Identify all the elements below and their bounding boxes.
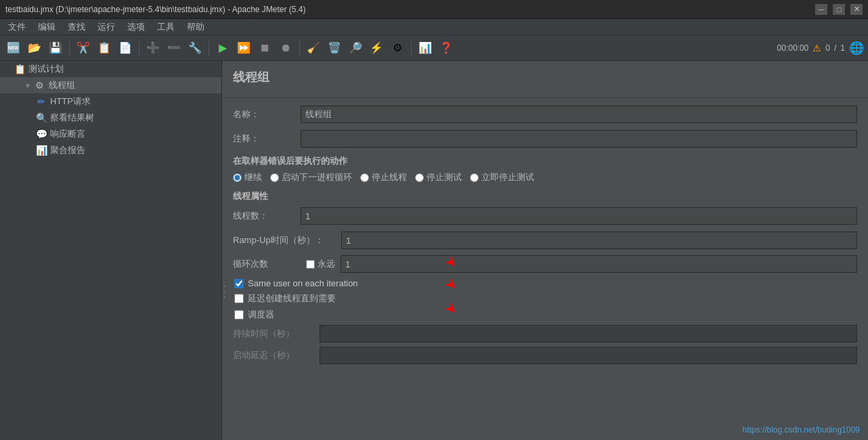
sidebar-label-test-plan: 测试计划 [28, 63, 64, 75]
stop-button[interactable]: ⏹ [255, 39, 274, 58]
scheduler-checkbox[interactable] [234, 310, 244, 320]
loop-forever-checkbox-label[interactable]: 永远 [306, 258, 335, 270]
sidebar-label-http: HTTP请求 [50, 95, 91, 108]
new-button[interactable]: 🆕 [4, 39, 23, 58]
monster-button[interactable]: ⚡ [367, 39, 386, 58]
comment-label: 注释： [233, 133, 301, 145]
maximize-button[interactable]: □ [833, 4, 845, 15]
clear-button[interactable]: 🧹 [304, 39, 323, 58]
window-title: testbaidu.jmx (D:\jmeter\apache-jmeter-5… [5, 5, 306, 14]
edit-button[interactable]: 🔧 [186, 39, 204, 58]
menu-file[interactable]: 文件 [3, 20, 31, 35]
same-user-label[interactable]: Same user on each iteration [248, 278, 358, 288]
loop-count-row: 循环次数 永远 [233, 255, 857, 273]
duration-input[interactable] [320, 325, 857, 343]
open-button[interactable]: 📂 [25, 39, 44, 58]
save-icon: 💾 [49, 41, 62, 54]
browse-button[interactable]: 🔎 [346, 39, 365, 58]
content-header: 线程组 [222, 61, 868, 98]
menu-run[interactable]: 运行 [92, 20, 121, 35]
shutdown-button[interactable]: ⏺ [276, 39, 295, 58]
radio-continue[interactable]: 继续 [233, 171, 262, 183]
start-delay-input[interactable] [320, 347, 857, 364]
start-delay-row: 启动延迟（秒） [233, 347, 857, 364]
radio-stop-thread[interactable]: 停止线程 [360, 171, 407, 183]
same-user-checkbox[interactable] [234, 279, 244, 288]
bottom-link[interactable]: https://blog.csdn.net/buding1009 [743, 425, 860, 435]
rampup-input[interactable] [341, 232, 857, 249]
drag-handle[interactable] [222, 250, 226, 332]
run-all-button[interactable]: ⏩ [234, 39, 253, 58]
warning-icon: ⚠ [812, 43, 821, 53]
clear-icon: 🧹 [307, 41, 320, 54]
error-count: 1 [840, 43, 845, 53]
menu-edit[interactable]: 编辑 [32, 20, 61, 35]
sidebar-item-aggregate-report[interactable]: 📊 聚合报告 [0, 142, 221, 158]
help-icon: ❓ [439, 41, 453, 54]
thread-count-input[interactable] [301, 207, 857, 225]
new-icon: 🆕 [7, 41, 20, 54]
run-button[interactable]: ▶ [213, 39, 232, 58]
sidebar-item-result-tree[interactable]: 🔍 察看结果树 [0, 110, 221, 126]
radio-stop-now[interactable]: 立即停止测试 [470, 171, 534, 183]
radio-next-loop-label: 启动下一进程循环 [282, 171, 352, 183]
run-icon: ▶ [219, 41, 227, 54]
panel-title: 线程组 [233, 69, 857, 85]
remove-button[interactable]: ➖ [165, 39, 183, 58]
comment-input[interactable] [301, 130, 857, 148]
sidebar-item-thread-group[interactable]: ▼ ⚙ 线程组 [0, 77, 221, 93]
cut-button[interactable]: ✂️ [74, 39, 93, 58]
menu-find[interactable]: 查找 [62, 20, 91, 35]
http-icon: ✏ [35, 96, 47, 107]
menu-tools[interactable]: 工具 [152, 20, 180, 35]
settings-icon: ⚙ [393, 41, 402, 54]
comment-row: 注释： [233, 129, 857, 148]
loop-forever-label: 永远 [318, 258, 335, 270]
scheduler-row: 调度器 [233, 309, 857, 321]
minimize-button[interactable]: ─ [815, 4, 827, 15]
globe-icon: 🌐 [849, 41, 864, 56]
add-button[interactable]: ➕ [144, 39, 162, 58]
rampup-label: Ramp-Up时间（秒）： [233, 234, 341, 246]
delay-create-checkbox[interactable] [234, 294, 244, 303]
settings-button[interactable]: ⚙ [388, 39, 407, 58]
sidebar-item-assertion[interactable]: 💬 响应断言 [0, 126, 221, 142]
toolbar: 🆕 📂 💾 ✂️ 📋 📄 ➕ ➖ 🔧 ▶ ⏩ ⏹ ⏺ 🧹 🗑️ 🔎 ⚡ ⚙ 📊 … [0, 35, 868, 61]
radio-stop-test[interactable]: 停止测试 [415, 171, 462, 183]
radio-stop-test-label: 停止测试 [427, 171, 462, 183]
clear-all-button[interactable]: 🗑️ [325, 39, 344, 58]
thread-group-icon: ⚙ [34, 80, 46, 91]
help-button[interactable]: ❓ [437, 39, 456, 58]
toolbar-sep-3 [209, 41, 209, 56]
error-action-radio-group: 继续 启动下一进程循环 停止线程 停止测试 立即停止测试 [233, 171, 857, 183]
copy-button[interactable]: 📋 [95, 39, 114, 58]
aggregate-icon: 📊 [35, 145, 47, 156]
menu-options[interactable]: 选项 [122, 20, 150, 35]
duration-row: 持续时间（秒） [233, 325, 857, 343]
delay-create-label[interactable]: 延迟创建线程直到需要 [248, 292, 336, 305]
thread-group-arrow: ▼ [24, 82, 31, 89]
content-area: 线程组 名称： 注释： 在取样器错误后要执行的动作 继续 启动下一进程循环 [222, 61, 868, 440]
sidebar-item-http-request[interactable]: ✏ HTTP请求 [0, 93, 221, 110]
loop-forever-checkbox[interactable] [306, 260, 315, 269]
close-button[interactable]: ✕ [850, 4, 863, 15]
radio-stop-thread-label: 停止线程 [372, 171, 407, 183]
paste-button[interactable]: 📄 [116, 39, 135, 58]
name-input[interactable] [301, 106, 857, 123]
shutdown-icon: ⏺ [280, 42, 291, 54]
clear-all-icon: 🗑️ [328, 41, 341, 54]
report-button[interactable]: 📊 [416, 39, 435, 58]
sidebar-label-aggregate: 聚合报告 [50, 144, 85, 156]
thread-count-row: 线程数： [233, 206, 857, 225]
save-button[interactable]: 💾 [46, 39, 65, 58]
menu-help[interactable]: 帮助 [181, 20, 210, 35]
monster-icon: ⚡ [370, 41, 383, 54]
scheduler-label[interactable]: 调度器 [248, 309, 274, 321]
delay-create-row: 延迟创建线程直到需要 [233, 292, 857, 305]
cut-icon: ✂️ [77, 41, 90, 54]
scheduler-section: 持续时间（秒） 启动延迟（秒） [233, 325, 857, 364]
content-body: 名称： 注释： 在取样器错误后要执行的动作 继续 启动下一进程循环 停止线程 [222, 98, 868, 375]
radio-next-loop[interactable]: 启动下一进程循环 [270, 171, 352, 183]
sidebar-item-test-plan[interactable]: 📋 测试计划 [0, 61, 221, 77]
loop-count-input[interactable] [341, 255, 857, 273]
